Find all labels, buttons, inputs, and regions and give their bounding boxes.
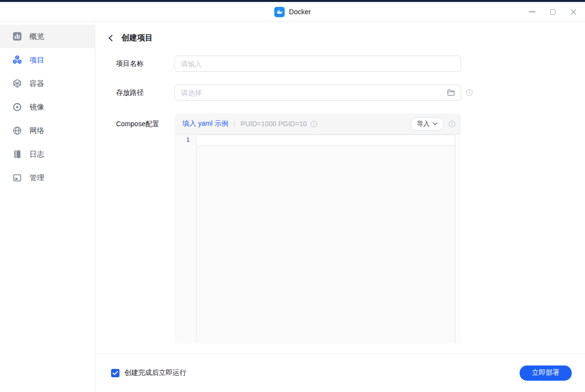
sidebar-item-label: 概览 (29, 32, 44, 41)
folder-icon[interactable] (447, 88, 455, 97)
chevron-down-icon (433, 122, 438, 125)
project-name-label: 项目名称 (116, 56, 175, 71)
compose-row: Compose配置 填入 yaml 示例 PUID=1000 PGID=10 导… (96, 113, 585, 343)
project-name-row: 项目名称 (96, 56, 585, 72)
sidebar-item-label: 网络 (29, 126, 44, 136)
page-title: 创建项目 (121, 33, 153, 43)
run-after-create-checkbox[interactable] (111, 369, 119, 377)
close-icon[interactable] (568, 7, 578, 17)
storage-path-field (175, 84, 461, 101)
import-info-icon[interactable] (448, 120, 456, 128)
sidebar-item-overview[interactable]: 概览 (0, 25, 95, 48)
containers-icon (12, 79, 22, 88)
manage-icon (12, 173, 22, 183)
storage-path-row: 存放路径 (96, 84, 585, 101)
active-line (197, 135, 455, 146)
overview-icon (12, 31, 22, 41)
images-icon (12, 102, 22, 112)
toolbar-divider (234, 120, 234, 127)
network-icon (12, 126, 22, 136)
editor-scrollbar-track[interactable] (455, 135, 461, 343)
toolbar-right: 导入 (410, 117, 456, 131)
puid-pgid-text: PUID=1000 PGID=10 (240, 120, 307, 128)
code-area[interactable] (197, 135, 455, 343)
puid-info-icon[interactable] (310, 120, 318, 128)
sidebar-item-label: 管理 (29, 173, 44, 183)
window-title: Docker (289, 8, 311, 16)
footer-bar: 创建完成后立即运行 立即部署 (96, 353, 585, 392)
compose-editor-box: 填入 yaml 示例 PUID=1000 PGID=10 导入 (175, 113, 461, 343)
sidebar-item-label: 镜像 (29, 103, 44, 112)
titlebar-center: Docker (0, 2, 585, 22)
sidebar: 概览 项目 容器 镜像 网络 (0, 22, 95, 392)
docker-app-icon (274, 7, 285, 17)
minimize-icon[interactable] (527, 7, 537, 17)
sidebar-item-containers[interactable]: 容器 (0, 72, 95, 95)
import-button[interactable]: 导入 (410, 117, 444, 131)
sidebar-item-label: 项目 (29, 56, 44, 65)
create-project-form: 项目名称 存放路径 Compose配置 填入 yaml 示例 PUID=1 (96, 56, 585, 343)
compose-toolbar: 填入 yaml 示例 PUID=1000 PGID=10 导入 (175, 113, 461, 135)
project-name-input[interactable] (175, 56, 461, 72)
main-content: 创建项目 项目名称 存放路径 Compose配置 填入 yaml 示例 (96, 22, 585, 392)
yaml-editor: 1 (175, 135, 461, 343)
storage-path-input[interactable] (175, 84, 461, 101)
titlebar: Docker (0, 2, 585, 22)
run-after-create-label[interactable]: 创建完成后立即运行 (124, 368, 186, 377)
back-icon[interactable] (106, 34, 115, 43)
compose-label: Compose配置 (116, 113, 175, 135)
fill-yaml-sample-link[interactable]: 填入 yaml 示例 (182, 119, 228, 128)
sidebar-item-images[interactable]: 镜像 (0, 95, 95, 119)
maximize-icon[interactable] (548, 7, 557, 17)
logs-icon (12, 149, 22, 159)
page-header: 创建项目 (96, 22, 585, 43)
editor-gutter: 1 (175, 135, 197, 343)
deploy-now-button[interactable]: 立即部署 (520, 365, 572, 381)
sidebar-item-label: 容器 (29, 79, 44, 88)
window-controls (527, 2, 578, 22)
sidebar-item-network[interactable]: 网络 (0, 119, 95, 142)
sidebar-item-projects[interactable]: 项目 (0, 48, 95, 72)
sidebar-item-label: 日志 (29, 150, 44, 159)
import-button-label: 导入 (417, 119, 430, 128)
projects-icon (12, 55, 22, 65)
line-number: 1 (175, 135, 196, 146)
sidebar-item-logs[interactable]: 日志 (0, 142, 95, 166)
path-info-icon[interactable] (466, 89, 473, 96)
storage-path-label: 存放路径 (116, 84, 175, 100)
sidebar-item-manage[interactable]: 管理 (0, 166, 95, 190)
